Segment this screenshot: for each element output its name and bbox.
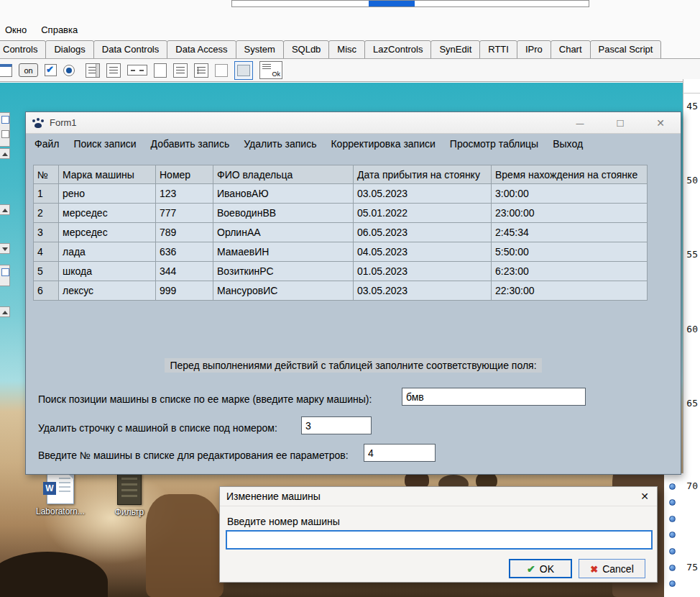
dialog-titlebar[interactable]: Изменение машины bbox=[220, 487, 657, 506]
cell-brand[interactable]: рено bbox=[59, 184, 156, 204]
component-page-icon[interactable] bbox=[154, 63, 167, 78]
cell-owner[interactable]: ВозиткинРС bbox=[213, 262, 354, 281]
ok-button[interactable]: OK bbox=[509, 559, 572, 578]
table-row[interactable]: 2 мерседес 777 ВоеводинВВ 05.01.2022 23:… bbox=[34, 204, 648, 223]
tab-sqldb[interactable]: SQLdb bbox=[283, 40, 329, 59]
table-row[interactable]: 4 лада 636 МамаевИН 04.05.2023 5:50:00 bbox=[34, 242, 648, 262]
component-listview-icon[interactable] bbox=[173, 63, 188, 78]
tab-controls[interactable]: Controls bbox=[0, 40, 46, 59]
background-window-edge[interactable] bbox=[231, 0, 589, 7]
cell-date[interactable]: 01.05.2023 bbox=[354, 262, 492, 281]
cell-brand[interactable]: лексус bbox=[59, 281, 156, 301]
menu-delete-record[interactable]: Удалить запись bbox=[236, 135, 323, 152]
cell-time[interactable]: 6:23:00 bbox=[492, 262, 648, 281]
cell-brand[interactable]: шкода bbox=[59, 262, 156, 281]
component-blank-icon[interactable] bbox=[215, 64, 228, 77]
tab-lazcontrols[interactable]: LazControls bbox=[364, 40, 431, 59]
cell-date[interactable]: 04.05.2023 bbox=[354, 242, 492, 262]
component-memo-icon[interactable] bbox=[106, 63, 121, 78]
component-checkbox-icon[interactable] bbox=[45, 64, 57, 76]
component-togglebox-icon[interactable]: on bbox=[19, 63, 38, 77]
component-edit-icon[interactable] bbox=[127, 65, 147, 76]
close-icon[interactable] bbox=[632, 491, 657, 502]
component-listbox-icon[interactable] bbox=[86, 63, 100, 78]
menu-window[interactable]: Окно bbox=[5, 24, 27, 35]
menu-search-record[interactable]: Поиск записи bbox=[66, 135, 143, 152]
maximize-icon[interactable] bbox=[600, 112, 640, 133]
cell-time[interactable]: 22:30:00 bbox=[492, 281, 648, 301]
tab-dialogs[interactable]: Dialogs bbox=[45, 40, 93, 59]
component-panel-icon-selected[interactable] bbox=[234, 61, 253, 80]
tab-ipro[interactable]: IPro bbox=[517, 40, 551, 59]
minimize-icon[interactable] bbox=[560, 112, 600, 133]
component-radiobutton-icon[interactable] bbox=[63, 65, 75, 76]
search-brand-input[interactable] bbox=[402, 388, 586, 406]
menu-edit-record[interactable]: Корректировка записи bbox=[323, 135, 442, 152]
editor-gutter bbox=[683, 79, 700, 473]
cell-time[interactable]: 5:50:00 bbox=[492, 242, 648, 262]
cancel-button[interactable]: Cancel bbox=[579, 559, 645, 578]
cell-date[interactable]: 03.05.2023 bbox=[354, 184, 492, 204]
cell-date[interactable]: 03.05.2023 bbox=[354, 281, 492, 301]
tab-misc[interactable]: Misc bbox=[328, 40, 365, 59]
tab-synedit[interactable]: SynEdit bbox=[430, 40, 480, 59]
header-index: № bbox=[34, 165, 59, 184]
cell-number[interactable]: 344 bbox=[156, 262, 213, 281]
edit-row-input[interactable] bbox=[364, 444, 436, 462]
desktop-icon-filter[interactable]: Фильтр bbox=[102, 473, 157, 517]
table-row[interactable]: 6 лексус 999 МансуровИС 03.05.2023 22:30… bbox=[34, 281, 648, 301]
cell-owner[interactable]: МансуровИС bbox=[213, 281, 354, 301]
cell-owner[interactable]: МамаевИН bbox=[213, 242, 354, 262]
tab-system[interactable]: System bbox=[236, 40, 284, 59]
tab-data-controls[interactable]: Data Controls bbox=[93, 40, 167, 59]
cell-number[interactable]: 789 bbox=[156, 223, 213, 242]
docked-panel-fragment[interactable] bbox=[0, 112, 10, 147]
header-parking-time: Время нахождения на стоянке bbox=[492, 165, 648, 184]
gutter-line-number: 50 bbox=[682, 175, 698, 186]
table-row[interactable]: 3 мерседес 789 ОрлинАА 06.05.2023 2:45:3… bbox=[34, 223, 648, 242]
scroll-down-button[interactable] bbox=[0, 243, 10, 254]
form1-titlebar[interactable]: Form1 bbox=[26, 112, 681, 134]
scroll-up-button[interactable] bbox=[0, 204, 10, 215]
tab-pascal-script[interactable]: Pascal Script bbox=[590, 40, 662, 59]
component-bitbtn-icon[interactable]: Ok bbox=[259, 61, 282, 79]
cell-brand[interactable]: мерседес bbox=[59, 204, 156, 223]
cell-date[interactable]: 06.05.2023 bbox=[354, 223, 492, 242]
component-form-icon[interactable] bbox=[0, 64, 12, 77]
tab-data-access[interactable]: Data Access bbox=[167, 40, 236, 59]
cell-brand[interactable]: лада bbox=[59, 242, 156, 262]
desktop-icon-laboratorn[interactable]: Laboratorn... bbox=[33, 471, 88, 516]
cell-owner[interactable]: ИвановАЮ bbox=[213, 184, 354, 204]
delete-row-input[interactable] bbox=[301, 416, 372, 434]
menu-file[interactable]: Файл bbox=[27, 135, 66, 152]
cell-owner[interactable]: ВоеводинВВ bbox=[213, 204, 354, 223]
car-number-input[interactable] bbox=[226, 530, 653, 550]
cell-brand[interactable]: мерседес bbox=[59, 223, 156, 242]
table-row[interactable]: 5 шкода 344 ВозиткинРС 01.05.2023 6:23:0… bbox=[34, 262, 648, 281]
form1-window: Form1 Файл Поиск записи Добавить запись … bbox=[25, 111, 681, 475]
cell-time[interactable]: 23:00:00 bbox=[492, 204, 648, 223]
cell-time[interactable]: 2:45:34 bbox=[492, 223, 648, 242]
filter-app-icon bbox=[117, 473, 142, 505]
menu-exit[interactable]: Выход bbox=[545, 135, 590, 152]
cell-number[interactable]: 777 bbox=[156, 204, 213, 223]
tab-rtti[interactable]: RTTI bbox=[479, 40, 517, 59]
scroll-up-button[interactable] bbox=[0, 306, 10, 317]
cell-owner[interactable]: ОрлинАА bbox=[213, 223, 354, 242]
word-document-icon bbox=[47, 471, 74, 504]
scroll-up-button[interactable] bbox=[0, 148, 10, 159]
cell-number[interactable]: 636 bbox=[156, 242, 213, 262]
gutter-line-dot bbox=[669, 483, 676, 490]
cell-number[interactable]: 999 bbox=[156, 281, 213, 301]
docked-panel-fragment[interactable] bbox=[0, 265, 10, 286]
tab-chart[interactable]: Chart bbox=[551, 40, 591, 59]
table-row[interactable]: 1 рено 123 ИвановАЮ 03.05.2023 3:00:00 bbox=[34, 184, 648, 204]
cell-number[interactable]: 123 bbox=[156, 184, 213, 204]
cell-time[interactable]: 3:00:00 bbox=[492, 184, 648, 204]
close-icon[interactable] bbox=[640, 112, 681, 133]
menu-add-record[interactable]: Добавить запись bbox=[144, 135, 237, 152]
menu-help[interactable]: Справка bbox=[41, 24, 78, 35]
menu-view-table[interactable]: Просмотр таблицы bbox=[443, 135, 545, 152]
cell-date[interactable]: 05.01.2022 bbox=[354, 204, 492, 223]
component-treeview-icon[interactable] bbox=[194, 63, 208, 78]
